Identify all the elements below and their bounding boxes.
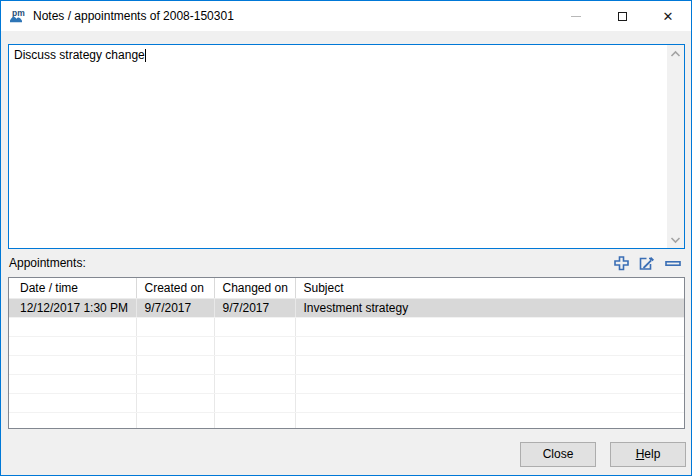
appointments-actions bbox=[613, 255, 682, 272]
column-header-date-time[interactable]: Date / time bbox=[9, 278, 136, 298]
table-cell bbox=[136, 412, 214, 429]
table-row[interactable]: 12/12/2017 1:30 PM9/7/20179/7/2017Invest… bbox=[9, 298, 684, 317]
table-cell: Investment strategy bbox=[295, 298, 684, 317]
maximize-icon bbox=[618, 12, 627, 21]
table-empty-row[interactable] bbox=[9, 393, 684, 412]
column-header-created-on[interactable]: Created on bbox=[136, 278, 214, 298]
titlebar[interactable]: pm Notes / appointments of 2008-150301 ✕ bbox=[1, 1, 691, 31]
table-cell bbox=[214, 336, 295, 355]
table-cell: 9/7/2017 bbox=[214, 298, 295, 317]
table-cell bbox=[214, 317, 295, 336]
table-cell bbox=[136, 317, 214, 336]
minimize-icon bbox=[571, 16, 581, 17]
table-cell bbox=[295, 355, 684, 374]
scroll-up-button[interactable] bbox=[667, 45, 684, 62]
table-empty-row[interactable] bbox=[9, 412, 684, 429]
minimize-button[interactable] bbox=[553, 1, 599, 31]
table-empty-row[interactable] bbox=[9, 336, 684, 355]
table-empty-row[interactable] bbox=[9, 355, 684, 374]
plus-icon bbox=[613, 255, 630, 272]
chevron-up-icon bbox=[670, 50, 681, 58]
window-title: Notes / appointments of 2008-150301 bbox=[33, 9, 234, 23]
table-cell bbox=[214, 355, 295, 374]
table-cell bbox=[9, 317, 136, 336]
table-empty-row[interactable] bbox=[9, 374, 684, 393]
remove-appointment-button[interactable] bbox=[664, 255, 682, 272]
table-cell bbox=[295, 336, 684, 355]
dialog-window: pm Notes / appointments of 2008-150301 ✕… bbox=[0, 0, 692, 476]
note-text-area[interactable]: Discuss strategy change bbox=[9, 45, 667, 248]
table-empty-row[interactable] bbox=[9, 317, 684, 336]
table-cell bbox=[9, 336, 136, 355]
edit-pencil-icon bbox=[638, 255, 656, 272]
table-cell bbox=[295, 393, 684, 412]
add-appointment-button[interactable] bbox=[613, 255, 630, 272]
svg-text:pm: pm bbox=[12, 8, 25, 18]
chevron-down-icon bbox=[670, 236, 681, 244]
table-cell bbox=[9, 374, 136, 393]
minus-icon bbox=[664, 255, 682, 272]
appointments-label: Appointments: bbox=[9, 256, 86, 270]
table-cell bbox=[295, 317, 684, 336]
table-cell bbox=[295, 412, 684, 429]
table-cell bbox=[9, 393, 136, 412]
text-caret bbox=[145, 49, 146, 62]
edit-appointment-button[interactable] bbox=[638, 255, 656, 272]
table-cell bbox=[136, 355, 214, 374]
appointments-table: Date / time Created on Changed on Subjec… bbox=[8, 277, 685, 429]
app-logo-icon: pm bbox=[9, 8, 27, 24]
table-cell bbox=[214, 393, 295, 412]
table-cell: 12/12/2017 1:30 PM bbox=[9, 298, 136, 317]
table-cell bbox=[214, 412, 295, 429]
vertical-scrollbar[interactable] bbox=[667, 45, 684, 248]
close-window-button[interactable]: ✕ bbox=[645, 1, 691, 31]
table-cell bbox=[136, 374, 214, 393]
table-cell bbox=[136, 393, 214, 412]
close-dialog-button[interactable]: Close bbox=[520, 442, 596, 467]
table-cell bbox=[136, 336, 214, 355]
close-icon: ✕ bbox=[663, 10, 674, 23]
table-header-row: Date / time Created on Changed on Subjec… bbox=[9, 278, 684, 298]
table-cell: 9/7/2017 bbox=[136, 298, 214, 317]
table-cell bbox=[9, 355, 136, 374]
help-button[interactable]: Help bbox=[610, 442, 686, 467]
scroll-down-button[interactable] bbox=[667, 231, 684, 248]
maximize-button[interactable] bbox=[599, 1, 645, 31]
column-header-changed-on[interactable]: Changed on bbox=[214, 278, 295, 298]
note-textarea[interactable]: Discuss strategy change bbox=[8, 44, 685, 249]
table-cell bbox=[295, 374, 684, 393]
note-text: Discuss strategy change bbox=[14, 48, 145, 62]
window-controls: ✕ bbox=[553, 1, 691, 31]
column-header-subject[interactable]: Subject bbox=[295, 278, 684, 298]
table-cell bbox=[214, 374, 295, 393]
table-cell bbox=[9, 412, 136, 429]
help-rest: elp bbox=[644, 447, 660, 461]
